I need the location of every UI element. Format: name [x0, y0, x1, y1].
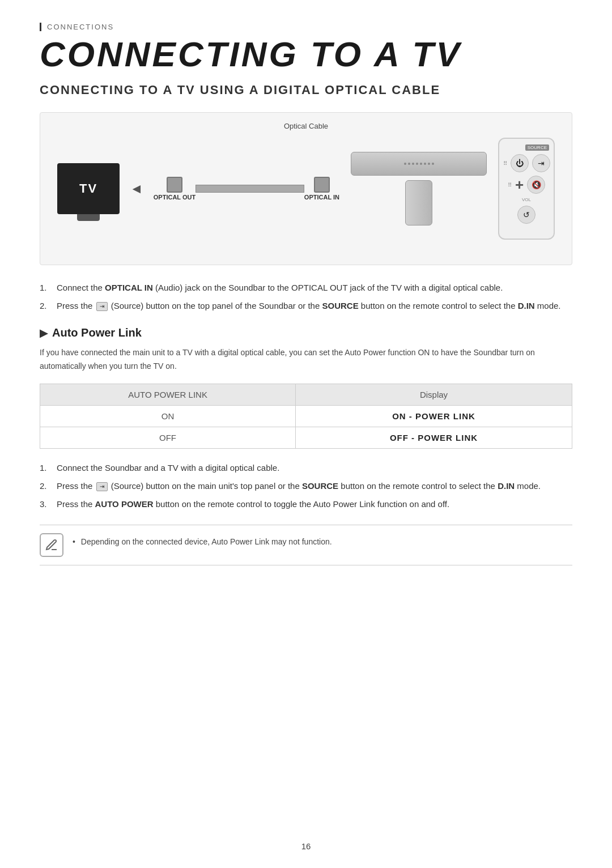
table-row-on: ON ON - POWER LINK	[40, 405, 572, 427]
connection-diagram: Optical Cable TV ◄ OPTICAL OUT	[40, 112, 572, 265]
instruction-item-2: 2. Press the ⇥ (Source) button on the to…	[40, 299, 572, 313]
remote-mid-row: ⠿ + 🔇	[508, 176, 545, 194]
remote-vol-label: VOL	[522, 197, 531, 202]
table-header-row: AUTO POWER LINK Display	[40, 384, 572, 405]
auto-power-link-table: AUTO POWER LINK Display ON ON - POWER LI…	[40, 384, 572, 449]
grille-dot	[412, 163, 414, 165]
instruction-num-1: 1.	[40, 281, 47, 295]
instruction2-num-1: 1.	[40, 461, 47, 475]
remote-plus-btn[interactable]: +	[515, 176, 524, 194]
instruction-num-2: 2.	[40, 299, 47, 313]
remote-source-label: SOURCE	[525, 144, 549, 151]
grille-dot	[424, 163, 426, 165]
instructions-list-1: 1. Connect the OPTICAL IN (Audio) jack o…	[40, 281, 572, 313]
note-text: • Depending on the connected device, Aut…	[73, 533, 332, 548]
breadcrumb: CONNECTIONS	[40, 23, 572, 31]
subheading-arrow-icon: ▶	[40, 327, 48, 339]
auto-power-link-heading: ▶ Auto Power Link	[40, 326, 572, 339]
table-off-col1: OFF	[40, 427, 296, 448]
remote-power-btn[interactable]: ⏻	[511, 154, 529, 172]
optical-out-section: OPTICAL OUT	[154, 177, 196, 201]
connection-arrow-left: ◄	[130, 181, 143, 197]
table-off-col2: OFF - POWER LINK	[296, 427, 572, 448]
remote-vol-dots: ⠿	[508, 182, 512, 188]
instruction2-num-2: 2.	[40, 479, 47, 493]
optical-in-section: OPTICAL IN	[304, 177, 339, 201]
soundbar-area	[351, 152, 487, 225]
page: CONNECTIONS CONNECTING TO A TV CONNECTIN…	[0, 0, 612, 868]
grille-dot	[420, 163, 422, 165]
grille-dot	[404, 163, 406, 165]
cable-diagram: OPTICAL OUT OPTICAL IN	[154, 177, 339, 201]
remote-section: SOURCE ⠿ ⏻ ⇥ ⠿ + 🔇 VOL ↺	[498, 138, 555, 240]
optical-in-bold: OPTICAL IN	[105, 283, 153, 292]
tv-section: TV	[57, 163, 125, 214]
grille-dot	[416, 163, 418, 165]
remote-body: SOURCE ⠿ ⏻ ⇥ ⠿ + 🔇 VOL ↺	[498, 138, 555, 240]
instruction2-num-3: 3.	[40, 497, 47, 511]
tv-label: TV	[79, 181, 97, 196]
source-icon-inline-2: ⇥	[96, 482, 108, 491]
main-title: CONNECTING TO A TV	[40, 36, 572, 73]
instruction-item-1: 1. Connect the OPTICAL IN (Audio) jack o…	[40, 281, 572, 295]
auto-power-bold: AUTO POWER	[95, 499, 154, 509]
source-bold: SOURCE	[322, 301, 358, 310]
source-bold-2: SOURCE	[302, 481, 338, 491]
instruction2-item-3: 3. Press the AUTO POWER button on the re…	[40, 497, 572, 511]
remote-dots-left: ⠿	[503, 160, 507, 167]
remote-source-btn[interactable]: ⇥	[532, 154, 550, 172]
grille-dot	[432, 163, 434, 165]
cable-visual: OPTICAL OUT OPTICAL IN	[154, 177, 339, 201]
note-content: Depending on the connected device, Auto …	[81, 537, 332, 546]
tv-box: TV	[57, 163, 120, 214]
source-icon-inline: ⇥	[96, 302, 108, 311]
optical-cable-line	[196, 185, 304, 193]
note-bullet: •	[73, 537, 75, 546]
auto-power-link-paragraph: If you have connected the main unit to a…	[40, 346, 572, 373]
table-row-off: OFF OFF - POWER LINK	[40, 427, 572, 448]
tv-stand	[77, 214, 100, 221]
remote-mute-btn[interactable]: 🔇	[527, 176, 545, 194]
note-box: • Depending on the connected device, Aut…	[40, 525, 572, 565]
table-on-col2: ON - POWER LINK	[296, 405, 572, 427]
grille-dot	[428, 163, 430, 165]
table-on-col1: ON	[40, 405, 296, 427]
table-col2-header: Display	[296, 384, 572, 405]
section-heading: CONNECTING TO A TV USING A DIGITAL OPTIC…	[40, 83, 572, 101]
instructions-list-2: 1. Connect the Soundbar and a TV with a …	[40, 461, 572, 511]
optical-in-label: OPTICAL IN	[304, 194, 339, 201]
optical-out-port	[167, 177, 182, 193]
table-col1-header: AUTO POWER LINK	[40, 384, 296, 405]
diagram-inner: TV ◄ OPTICAL OUT	[40, 113, 572, 265]
remote-top-row: ⠿ ⏻ ⇥	[503, 154, 550, 172]
note-icon	[40, 533, 63, 557]
soundbar-main	[351, 152, 487, 176]
optical-cable-label: Optical Cable	[284, 122, 328, 130]
instruction2-item-2: 2. Press the ⇥ (Source) button on the ma…	[40, 479, 572, 493]
auto-power-link-label: Auto Power Link	[52, 326, 142, 339]
page-number: 16	[301, 841, 311, 851]
instruction2-item-1: 1. Connect the Soundbar and a TV with a …	[40, 461, 572, 475]
soundbar-grille	[404, 163, 434, 165]
remote-repeat-btn[interactable]: ↺	[517, 206, 536, 224]
optical-out-label: OPTICAL OUT	[154, 194, 196, 201]
note-pencil-icon	[45, 538, 58, 552]
subwoofer	[405, 180, 432, 225]
din-bold-2: D.IN	[498, 481, 515, 491]
din-bold: D.IN	[518, 301, 535, 310]
grille-dot	[408, 163, 410, 165]
optical-in-port	[314, 177, 330, 193]
